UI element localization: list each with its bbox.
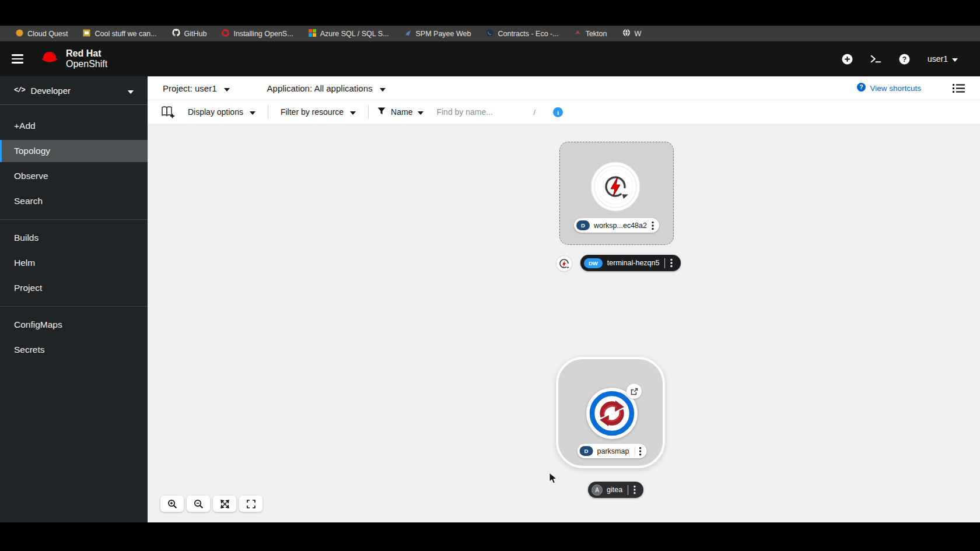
topology-toolbar: Display options Filter by resource Name … (148, 100, 980, 124)
bookmark-azure-sql[interactable]: Azure SQL / SQL S... (301, 26, 397, 41)
zoom-in-button[interactable] (160, 496, 184, 512)
bookmark-w[interactable]: W (615, 26, 649, 41)
bookmark-label: Tekton (586, 30, 607, 38)
bookmark-label: SPM Payee Web (416, 30, 471, 38)
bookmark-github[interactable]: GitHub (164, 26, 215, 41)
brand-line2: OpenShift (66, 59, 107, 69)
browser-bookmarks-bar: Cloud Quest Cool stuff we can... GitHub … (0, 26, 980, 41)
bookmark-tekton[interactable]: Tekton (566, 26, 615, 41)
nav-divider (0, 306, 148, 307)
github-favicon (172, 29, 180, 38)
user-name: user1 (928, 54, 948, 64)
kebab-menu-icon[interactable] (634, 485, 636, 494)
help-icon[interactable]: ? (899, 54, 910, 65)
display-options-label: Display options (188, 107, 243, 117)
kebab-menu-icon[interactable] (652, 221, 654, 230)
filter-type-label: Name (391, 107, 412, 117)
info-circle-icon[interactable]: i (553, 107, 563, 117)
brand-line1: Red Hat (66, 48, 107, 59)
code-icon: </> (14, 86, 25, 94)
sidebar-nav: +Add Topology Observe Search Builds Helm… (0, 105, 148, 361)
redhat-fedora-icon (38, 49, 61, 69)
terminal-node-label[interactable]: DW terminal-hezqn5 (580, 255, 681, 271)
bookmark-cool-stuff[interactable]: Cool stuff we can... (75, 26, 164, 41)
chevron-down-icon (350, 107, 356, 117)
nav-divider (0, 219, 148, 220)
bookmark-label: Cloud Quest (27, 30, 68, 38)
topology-canvas[interactable]: D worksp...ec48a2 DW terminal-hezqn5 (148, 124, 980, 522)
sidebar: </> Developer +Add Topology Observe Sear… (0, 76, 148, 522)
user-menu[interactable]: user1 (928, 54, 958, 64)
bookmark-label: GitHub (184, 30, 207, 38)
command-line-icon[interactable] (870, 54, 881, 65)
display-options-dropdown[interactable]: Display options (184, 107, 259, 117)
svg-text:i: i (557, 108, 559, 115)
application-badge: A (592, 485, 603, 496)
chevron-down-icon (380, 83, 386, 93)
sidebar-item-builds[interactable]: Builds (0, 227, 148, 249)
application-select-label: Application: All applications (267, 83, 373, 93)
quick-search-catalog-icon[interactable] (160, 105, 175, 119)
cloud-quest-favicon (16, 29, 23, 38)
filter-resource-dropdown[interactable]: Filter by resource (277, 107, 359, 117)
bookmark-label: Installing OpenS... (233, 30, 293, 38)
globe-favicon (622, 29, 631, 38)
zoom-out-button[interactable] (187, 496, 210, 512)
gitea-node-label[interactable]: A gitea (588, 482, 643, 498)
openshift-favicon (222, 29, 229, 38)
bookmark-contracts[interactable]: Contracts - Eco -... (478, 26, 566, 41)
nav-toggle-icon[interactable] (12, 54, 23, 64)
workspace-node-label[interactable]: D worksp...ec48a2 (574, 218, 659, 233)
parksmap-node-label[interactable]: D parksmap (578, 444, 647, 458)
slash-shortcut-hint: / (533, 108, 536, 117)
bookmark-spm-payee[interactable]: SPM Payee Web (397, 26, 479, 41)
application-select[interactable]: Application: All applications (267, 83, 386, 93)
parksmap-label-text: parksmap (597, 447, 629, 455)
brand-text: Red Hat OpenShift (66, 48, 107, 69)
bookmark-installing-openshift[interactable]: Installing OpenS... (214, 26, 300, 41)
bookmark-label: Cool stuff we can... (94, 30, 156, 38)
mouse-cursor (549, 472, 558, 487)
fit-to-screen-button[interactable] (213, 496, 236, 512)
tekton-favicon (574, 29, 582, 38)
find-by-name-input[interactable] (436, 107, 517, 117)
project-select[interactable]: Project: user1 (163, 83, 230, 93)
terminal-node[interactable] (556, 256, 572, 271)
perspective-label: Developer (31, 86, 71, 96)
zoom-controls (160, 496, 262, 512)
main-content: Project: user1 Application: All applicat… (148, 76, 980, 522)
add-circle-icon[interactable] (842, 54, 853, 65)
kebab-menu-icon[interactable] (670, 258, 673, 268)
sidebar-item-add[interactable]: +Add (0, 115, 148, 137)
project-select-label: Project: user1 (163, 83, 217, 93)
sidebar-item-project[interactable]: Project (0, 277, 148, 299)
chevron-down-icon (418, 107, 424, 117)
sidebar-item-search[interactable]: Search (0, 190, 148, 212)
bookmark-cloud-quest[interactable]: Cloud Quest (8, 26, 75, 41)
context-bar: Project: user1 Application: All applicat… (148, 76, 980, 100)
pill-divider (628, 485, 628, 495)
external-link-icon[interactable] (626, 384, 642, 399)
fullscreen-button[interactable] (239, 496, 262, 512)
sidebar-item-secrets[interactable]: Secrets (0, 339, 148, 361)
kebab-menu-icon[interactable] (639, 447, 641, 456)
sidebar-item-topology[interactable]: Topology (0, 140, 148, 162)
deployment-badge: D (576, 220, 590, 230)
brand-logo[interactable]: Red Hat OpenShift (38, 48, 107, 69)
chevron-down-icon (952, 54, 958, 64)
question-circle-icon: ? (857, 83, 866, 93)
chevron-down-icon (224, 83, 230, 93)
filter-type-dropdown[interactable]: Name (377, 107, 424, 117)
perspective-switcher[interactable]: </> Developer (0, 76, 148, 105)
list-view-icon[interactable] (953, 83, 965, 93)
view-shortcuts-link[interactable]: ? View shortcuts (857, 83, 921, 93)
pill-divider (634, 447, 635, 456)
sidebar-item-helm[interactable]: Helm (0, 252, 148, 274)
terminal-label-text: terminal-hezqn5 (607, 259, 660, 267)
filter-resource-label: Filter by resource (281, 107, 344, 117)
sidebar-item-configmaps[interactable]: ConfigMaps (0, 314, 148, 336)
view-shortcuts-label: View shortcuts (870, 84, 921, 93)
sidebar-item-observe[interactable]: Observe (0, 165, 148, 187)
chevron-down-icon (250, 107, 256, 117)
workspace-node[interactable] (590, 162, 640, 212)
